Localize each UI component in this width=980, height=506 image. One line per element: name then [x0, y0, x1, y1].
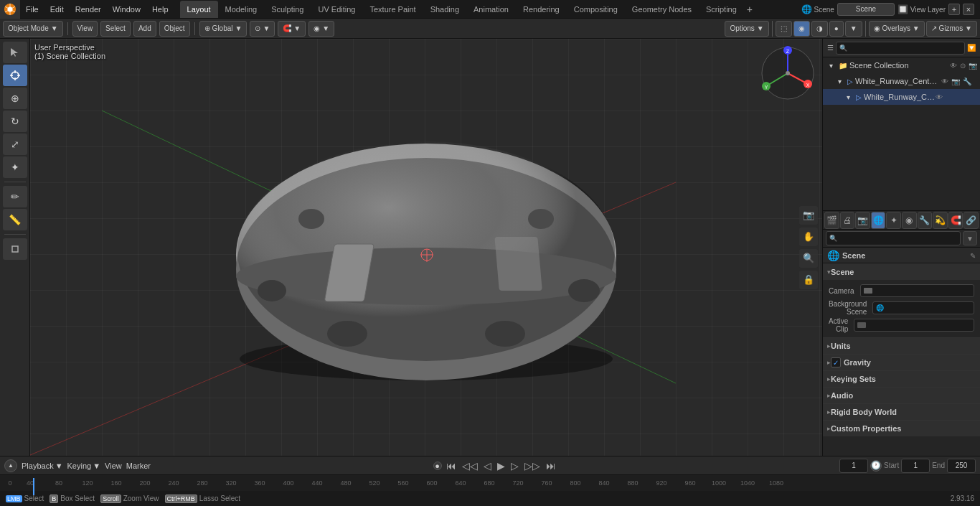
tool-move[interactable]: ⊕: [3, 88, 27, 109]
menu-file[interactable]: File: [20, 0, 44, 19]
step-fwd-btn[interactable]: ▷: [509, 460, 520, 472]
prop-tab-object[interactable]: ◉: [902, 212, 917, 229]
item0-render[interactable]: 🔧: [963, 78, 971, 85]
step-back-btn[interactable]: ◁: [482, 460, 493, 472]
keying-sets-header[interactable]: ▸ Keying Sets: [823, 371, 980, 387]
outliner-item-1[interactable]: ▾ ▷ White_Runway_Centerlin 👁: [823, 89, 980, 105]
menu-help[interactable]: Help: [146, 0, 174, 19]
outliner-filter-icon[interactable]: ☰: [827, 44, 834, 52]
tab-layout[interactable]: Layout: [180, 1, 218, 18]
audio-section-header[interactable]: ▸ Audio: [823, 388, 980, 403]
rigid-body-header[interactable]: ▸ Rigid Body World: [823, 404, 980, 420]
active-clip-field[interactable]: [854, 319, 974, 332]
skip-start-btn[interactable]: ⏮: [445, 460, 458, 472]
prop-tab-particles[interactable]: 💫: [933, 212, 948, 229]
props-search-field[interactable]: 🔍: [826, 231, 961, 245]
timeline-track[interactable]: 0 40 80 120 160 200 240 280 320 360 400 …: [0, 475, 980, 491]
tool-scale[interactable]: ⤢: [3, 133, 27, 155]
outliner-item-0[interactable]: ▾ ▷ White_Runway_Centerline_L 👁 📷 🔧: [823, 73, 980, 89]
viewport-shading-wireframe[interactable]: ⬚: [776, 21, 792, 37]
tool-cursor[interactable]: [3, 65, 27, 86]
viewport-lock-icon[interactable]: 🔒: [799, 271, 818, 289]
pivot-selector[interactable]: ⊙▼: [250, 21, 275, 37]
tab-sculpting[interactable]: Sculpting: [264, 1, 311, 18]
camera-field[interactable]: [860, 284, 974, 297]
menu-edit[interactable]: Edit: [44, 0, 70, 19]
tool-transform[interactable]: ✦: [3, 156, 27, 178]
item0-visibility[interactable]: 👁: [941, 78, 948, 85]
fps-indicator[interactable]: ▲: [4, 459, 17, 472]
prop-tab-output[interactable]: 🖨: [840, 212, 855, 229]
add-btn[interactable]: Add: [133, 21, 156, 37]
tab-uv[interactable]: UV Editing: [311, 1, 362, 18]
viewport-shading-rendered[interactable]: ●: [829, 21, 844, 37]
scene-selector[interactable]: 🌐 User PerspectiveScene: [801, 4, 834, 14]
item0-camera[interactable]: 📷: [951, 78, 960, 85]
units-section-header[interactable]: ▸ Units: [823, 338, 980, 354]
tool-select[interactable]: [3, 42, 27, 63]
scene-remove-btn[interactable]: ×: [963, 4, 974, 15]
scene-header-btn[interactable]: ✎: [970, 251, 976, 260]
playhead[interactable]: [33, 478, 34, 495]
menu-window[interactable]: Window: [107, 0, 146, 19]
tool-measure[interactable]: 📏: [3, 209, 27, 230]
item1-visibility[interactable]: 👁: [936, 93, 943, 101]
gravity-checkbox[interactable]: [831, 357, 841, 367]
prop-tab-view-layer[interactable]: 📷: [855, 212, 870, 229]
clock-icon[interactable]: 🕐: [870, 460, 882, 472]
select-btn[interactable]: Select: [100, 21, 131, 37]
outliner-collection-root[interactable]: ▾ 📁 Scene Collection 👁 ⊙ 📷: [823, 57, 980, 73]
bg-scene-field[interactable]: 🌐: [872, 301, 974, 314]
mode-selector[interactable]: Object Mode ▼: [3, 21, 63, 37]
menu-render[interactable]: Render: [70, 0, 107, 19]
tab-rendering[interactable]: Rendering: [516, 1, 567, 18]
prop-tab-scene[interactable]: 🌐: [871, 212, 886, 229]
prop-tab-modifier[interactable]: 🔧: [918, 212, 933, 229]
prop-tab-constraints[interactable]: 🔗: [963, 212, 979, 229]
tab-shading[interactable]: Shading: [423, 1, 466, 18]
tool-rotate[interactable]: ↻: [3, 111, 27, 132]
keying-menu[interactable]: Keying ▼: [67, 462, 101, 470]
viewport-3d[interactable]: User Perspective (1) Scene Collection Z …: [30, 39, 822, 456]
shading-options[interactable]: ▼: [845, 21, 862, 37]
tab-compositing[interactable]: Compositing: [567, 1, 625, 18]
viewport-hand-icon[interactable]: ✋: [799, 228, 818, 246]
collection-render-icon[interactable]: 📷: [969, 62, 977, 70]
tab-animation[interactable]: Animation: [466, 1, 516, 18]
tab-modeling[interactable]: Modeling: [218, 1, 265, 18]
collection-visibility-icon[interactable]: 👁: [950, 62, 957, 70]
outliner-sort-icon[interactable]: 🔽: [967, 44, 976, 52]
gravity-section-header[interactable]: ▸ Gravity: [823, 355, 980, 370]
gizmo-btn[interactable]: ↗ Gizmos ▼: [926, 21, 977, 37]
tab-scripting[interactable]: Scripting: [699, 1, 744, 18]
prop-tab-physics[interactable]: 🧲: [948, 212, 963, 229]
view-btn[interactable]: View: [72, 21, 98, 37]
scene-add-btn[interactable]: +: [948, 4, 960, 15]
end-frame-field[interactable]: 250: [947, 459, 976, 473]
prev-keyframe-btn[interactable]: ◁◁: [461, 460, 479, 472]
viewport-shading-material[interactable]: ◑: [811, 21, 828, 37]
play-btn[interactable]: ▶: [496, 460, 507, 472]
overlay-btn[interactable]: ◉ Overlays ▼: [869, 21, 925, 37]
tool-annotate[interactable]: ✏: [3, 186, 27, 207]
gizmo-widget[interactable]: Z X Y: [759, 44, 816, 103]
playback-menu[interactable]: Playback ▼: [22, 462, 63, 470]
object-btn[interactable]: Object: [159, 21, 190, 37]
outliner-search[interactable]: 🔍: [836, 42, 965, 55]
tab-geometry[interactable]: Geometry Nodes: [625, 1, 699, 18]
record-btn[interactable]: ●: [433, 462, 442, 470]
viewport-zoom-icon[interactable]: 🔍: [799, 249, 818, 268]
prop-tab-render[interactable]: 🎬: [824, 212, 839, 229]
snap-toggle[interactable]: 🧲▼: [278, 21, 306, 37]
proportional-edit[interactable]: ◉▼: [308, 21, 334, 37]
start-frame-field[interactable]: 1: [901, 459, 930, 473]
props-filter-btn[interactable]: ▼: [963, 231, 977, 245]
transform-selector[interactable]: ⊕ Global ▼: [199, 21, 248, 37]
add-workspace-btn[interactable]: +: [747, 4, 753, 15]
marker-menu[interactable]: Marker: [126, 462, 151, 470]
viewport-shading-solid[interactable]: ◉: [793, 21, 810, 37]
skip-end-btn[interactable]: ⏭: [545, 460, 557, 472]
collection-select-icon[interactable]: ⊙: [960, 62, 966, 70]
view-layer-selector[interactable]: 🔲 View Layer: [897, 4, 946, 14]
tab-texture[interactable]: Texture Paint: [362, 1, 423, 18]
